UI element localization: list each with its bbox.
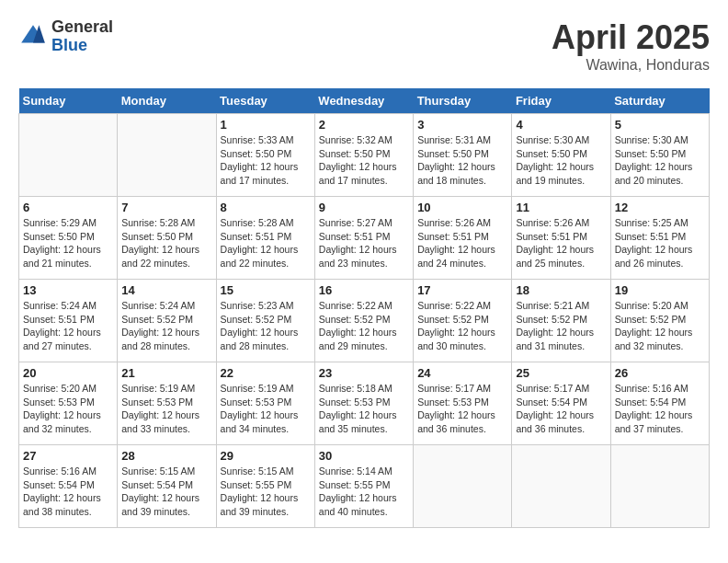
day-number: 8 bbox=[221, 201, 311, 214]
calendar-cell: 23Sunrise: 5:18 AMSunset: 5:53 PMDayligh… bbox=[314, 362, 413, 445]
day-info: Sunrise: 5:20 AMSunset: 5:53 PMDaylight:… bbox=[23, 382, 113, 436]
day-number: 9 bbox=[319, 201, 409, 214]
calendar-cell: 2Sunrise: 5:32 AMSunset: 5:50 PMDaylight… bbox=[314, 114, 413, 197]
calendar-cell: 21Sunrise: 5:19 AMSunset: 5:53 PMDayligh… bbox=[118, 362, 216, 445]
title-area: April 2025 Wawina, Honduras bbox=[552, 18, 710, 74]
day-number: 22 bbox=[221, 366, 311, 380]
header-saturday: Saturday bbox=[610, 88, 709, 114]
calendar-cell: 25Sunrise: 5:17 AMSunset: 5:54 PMDayligh… bbox=[512, 362, 610, 445]
calendar-cell: 28Sunrise: 5:15 AMSunset: 5:54 PMDayligh… bbox=[118, 445, 216, 528]
calendar-cell bbox=[610, 445, 709, 528]
calendar-cell: 10Sunrise: 5:26 AMSunset: 5:51 PMDayligh… bbox=[414, 197, 512, 280]
calendar-header-row: SundayMondayTuesdayWednesdayThursdayFrid… bbox=[19, 88, 710, 114]
day-info: Sunrise: 5:22 AMSunset: 5:52 PMDaylight:… bbox=[319, 299, 409, 353]
day-info: Sunrise: 5:15 AMSunset: 5:54 PMDaylight:… bbox=[121, 465, 211, 519]
day-info: Sunrise: 5:19 AMSunset: 5:53 PMDaylight:… bbox=[221, 382, 311, 436]
calendar-cell: 26Sunrise: 5:16 AMSunset: 5:54 PMDayligh… bbox=[610, 362, 709, 445]
day-info: Sunrise: 5:29 AMSunset: 5:50 PMDaylight:… bbox=[23, 216, 113, 270]
day-info: Sunrise: 5:31 AMSunset: 5:50 PMDaylight:… bbox=[417, 133, 507, 188]
calendar-cell: 1Sunrise: 5:33 AMSunset: 5:50 PMDaylight… bbox=[216, 114, 314, 197]
header-sunday: Sunday bbox=[19, 88, 118, 114]
calendar-cell: 20Sunrise: 5:20 AMSunset: 5:53 PMDayligh… bbox=[19, 362, 118, 445]
day-info: Sunrise: 5:19 AMSunset: 5:53 PMDaylight:… bbox=[121, 382, 211, 436]
calendar-cell: 29Sunrise: 5:15 AMSunset: 5:55 PMDayligh… bbox=[216, 445, 314, 528]
day-number: 14 bbox=[121, 283, 211, 297]
day-number: 1 bbox=[221, 118, 311, 132]
day-number: 13 bbox=[23, 283, 113, 297]
logo-icon bbox=[18, 22, 48, 52]
day-number: 27 bbox=[23, 449, 113, 463]
calendar-cell: 27Sunrise: 5:16 AMSunset: 5:54 PMDayligh… bbox=[19, 445, 118, 528]
day-info: Sunrise: 5:15 AMSunset: 5:55 PMDaylight:… bbox=[221, 465, 311, 519]
calendar-cell: 6Sunrise: 5:29 AMSunset: 5:50 PMDaylight… bbox=[19, 197, 118, 280]
calendar-week-row: 27Sunrise: 5:16 AMSunset: 5:54 PMDayligh… bbox=[19, 445, 710, 528]
calendar-cell: 16Sunrise: 5:22 AMSunset: 5:52 PMDayligh… bbox=[314, 280, 413, 362]
header-tuesday: Tuesday bbox=[216, 88, 314, 114]
day-number: 28 bbox=[121, 449, 211, 463]
calendar-week-row: 13Sunrise: 5:24 AMSunset: 5:51 PMDayligh… bbox=[19, 280, 710, 362]
day-number: 5 bbox=[615, 118, 705, 132]
calendar-cell bbox=[414, 445, 512, 528]
calendar-cell: 18Sunrise: 5:21 AMSunset: 5:52 PMDayligh… bbox=[512, 280, 610, 362]
calendar-week-row: 1Sunrise: 5:33 AMSunset: 5:50 PMDaylight… bbox=[19, 114, 710, 197]
day-info: Sunrise: 5:14 AMSunset: 5:55 PMDaylight:… bbox=[319, 465, 409, 519]
calendar-cell: 14Sunrise: 5:24 AMSunset: 5:52 PMDayligh… bbox=[118, 280, 216, 362]
day-number: 29 bbox=[221, 449, 311, 463]
calendar-cell bbox=[118, 114, 216, 197]
day-number: 6 bbox=[23, 201, 113, 214]
day-number: 23 bbox=[319, 366, 409, 380]
calendar-cell: 13Sunrise: 5:24 AMSunset: 5:51 PMDayligh… bbox=[19, 280, 118, 362]
day-number: 11 bbox=[516, 201, 606, 214]
calendar-cell: 17Sunrise: 5:22 AMSunset: 5:52 PMDayligh… bbox=[414, 280, 512, 362]
calendar-week-row: 6Sunrise: 5:29 AMSunset: 5:50 PMDaylight… bbox=[19, 197, 710, 280]
day-number: 17 bbox=[417, 283, 507, 297]
day-info: Sunrise: 5:20 AMSunset: 5:52 PMDaylight:… bbox=[615, 299, 705, 353]
header-friday: Friday bbox=[512, 88, 610, 114]
day-info: Sunrise: 5:21 AMSunset: 5:52 PMDaylight:… bbox=[516, 299, 606, 353]
day-number: 2 bbox=[319, 118, 409, 132]
day-number: 15 bbox=[221, 283, 311, 297]
calendar-cell: 11Sunrise: 5:26 AMSunset: 5:51 PMDayligh… bbox=[512, 197, 610, 280]
logo-text: General Blue bbox=[51, 18, 113, 55]
day-number: 10 bbox=[417, 201, 507, 214]
day-info: Sunrise: 5:22 AMSunset: 5:52 PMDaylight:… bbox=[417, 299, 507, 353]
day-number: 21 bbox=[121, 366, 211, 380]
location-title: Wawina, Honduras bbox=[552, 57, 710, 74]
day-number: 20 bbox=[23, 366, 113, 380]
calendar-cell: 9Sunrise: 5:27 AMSunset: 5:51 PMDaylight… bbox=[314, 197, 413, 280]
calendar-cell: 24Sunrise: 5:17 AMSunset: 5:53 PMDayligh… bbox=[414, 362, 512, 445]
calendar-cell bbox=[512, 445, 610, 528]
day-number: 24 bbox=[417, 366, 507, 380]
header-thursday: Thursday bbox=[414, 88, 512, 114]
day-info: Sunrise: 5:27 AMSunset: 5:51 PMDaylight:… bbox=[319, 216, 409, 270]
calendar-cell bbox=[19, 114, 118, 197]
calendar-cell: 3Sunrise: 5:31 AMSunset: 5:50 PMDaylight… bbox=[414, 114, 512, 197]
day-number: 30 bbox=[319, 449, 409, 463]
page-header: General Blue April 2025 Wawina, Honduras bbox=[18, 18, 710, 74]
logo: General Blue bbox=[18, 18, 113, 55]
day-info: Sunrise: 5:16 AMSunset: 5:54 PMDaylight:… bbox=[23, 465, 113, 519]
day-number: 18 bbox=[516, 283, 606, 297]
logo-general: General bbox=[51, 18, 113, 37]
day-number: 19 bbox=[615, 283, 705, 297]
calendar-cell: 30Sunrise: 5:14 AMSunset: 5:55 PMDayligh… bbox=[314, 445, 413, 528]
day-info: Sunrise: 5:30 AMSunset: 5:50 PMDaylight:… bbox=[516, 133, 606, 188]
header-wednesday: Wednesday bbox=[314, 88, 413, 114]
day-info: Sunrise: 5:30 AMSunset: 5:50 PMDaylight:… bbox=[615, 133, 705, 188]
calendar-cell: 8Sunrise: 5:28 AMSunset: 5:51 PMDaylight… bbox=[216, 197, 314, 280]
day-info: Sunrise: 5:26 AMSunset: 5:51 PMDaylight:… bbox=[417, 216, 507, 270]
day-info: Sunrise: 5:16 AMSunset: 5:54 PMDaylight:… bbox=[615, 382, 705, 436]
calendar-cell: 15Sunrise: 5:23 AMSunset: 5:52 PMDayligh… bbox=[216, 280, 314, 362]
calendar-cell: 22Sunrise: 5:19 AMSunset: 5:53 PMDayligh… bbox=[216, 362, 314, 445]
day-info: Sunrise: 5:17 AMSunset: 5:53 PMDaylight:… bbox=[417, 382, 507, 436]
calendar-cell: 12Sunrise: 5:25 AMSunset: 5:51 PMDayligh… bbox=[610, 197, 709, 280]
calendar-week-row: 20Sunrise: 5:20 AMSunset: 5:53 PMDayligh… bbox=[19, 362, 710, 445]
month-title: April 2025 bbox=[552, 18, 710, 57]
day-number: 26 bbox=[615, 366, 705, 380]
logo-blue: Blue bbox=[51, 37, 113, 55]
day-info: Sunrise: 5:18 AMSunset: 5:53 PMDaylight:… bbox=[319, 382, 409, 436]
day-number: 16 bbox=[319, 283, 409, 297]
day-info: Sunrise: 5:28 AMSunset: 5:50 PMDaylight:… bbox=[121, 216, 211, 270]
calendar-cell: 4Sunrise: 5:30 AMSunset: 5:50 PMDaylight… bbox=[512, 114, 610, 197]
header-monday: Monday bbox=[118, 88, 216, 114]
